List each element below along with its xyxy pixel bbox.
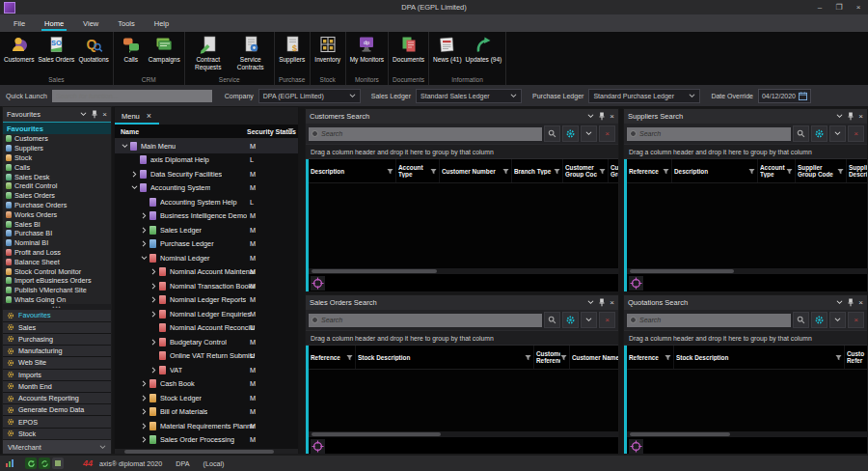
close-button[interactable]: ×	[849, 0, 868, 14]
ribbon-button-service-contracts[interactable]: Service Contracts	[230, 33, 272, 70]
horizontal-scrollbar[interactable]	[627, 268, 867, 274]
ribbon-button-documents[interactable]: Documents	[391, 33, 426, 64]
column-name[interactable]: Name	[115, 128, 139, 135]
chevron-down-icon[interactable]	[587, 300, 594, 305]
column-header[interactable]: Customer Group Coc	[563, 159, 609, 182]
chevron-right-icon[interactable]	[140, 240, 148, 247]
close-icon[interactable]: ×	[610, 112, 614, 121]
horizontal-scrollbar[interactable]	[627, 431, 867, 437]
search-settings-button[interactable]	[562, 125, 579, 142]
sales-ledger-select[interactable]: Standard Sales Ledger	[416, 89, 522, 103]
search-options-dropdown[interactable]	[829, 125, 846, 142]
favourite-item[interactable]: Balance Sheet	[3, 257, 111, 266]
column-header[interactable]: Description	[309, 159, 396, 182]
chevron-down-icon[interactable]	[587, 114, 594, 119]
ribbon-button-customers[interactable]: Customers	[2, 33, 36, 64]
pin-icon[interactable]	[92, 110, 97, 119]
ribbon-button-news[interactable]: News (41)	[431, 33, 464, 64]
accordion-section-favourites[interactable]: Favourites	[3, 310, 111, 320]
tree-row[interactable]: Stock Ledger M	[115, 391, 298, 405]
ribbon-button-sales-orders[interactable]: SO Sales Orders	[36, 33, 76, 64]
clear-search-button[interactable]: ×	[599, 312, 615, 328]
scrollbar-thumb[interactable]	[312, 269, 437, 273]
chevron-right-icon[interactable]	[149, 283, 157, 290]
search-options-dropdown[interactable]	[581, 125, 597, 142]
chevron-right-icon[interactable]	[149, 367, 157, 374]
pin-icon[interactable]	[848, 298, 854, 307]
search-input[interactable]: Search	[309, 127, 542, 141]
accordion-section-imports[interactable]: Imports	[3, 370, 111, 380]
filter-icon[interactable]	[502, 168, 509, 175]
clear-search-button[interactable]: ×	[599, 125, 615, 142]
chevron-right-icon[interactable]	[140, 408, 148, 415]
chevron-down-icon[interactable]	[140, 256, 148, 261]
favourite-item[interactable]: Customers	[3, 134, 111, 144]
favourite-item[interactable]: Import eBusiness Orders	[3, 276, 111, 286]
tree-row[interactable]: Nominal Ledger Enquiries M	[115, 307, 298, 321]
chevron-right-icon[interactable]	[140, 380, 148, 387]
filter-icon[interactable]	[387, 168, 393, 175]
search-settings-button[interactable]	[562, 312, 579, 328]
column-header[interactable]: Customer Name	[570, 346, 618, 369]
group-by-drop-zone[interactable]: Drag a column header and drop it here to…	[306, 330, 618, 346]
log-icon[interactable]	[52, 457, 64, 469]
favourite-item[interactable]: Profit and Loss	[3, 248, 111, 258]
menu-item-help[interactable]: Help	[145, 14, 178, 32]
group-by-drop-zone[interactable]: Drag a column header and drop it here to…	[624, 330, 867, 346]
tree-row[interactable]: Sales Order Processing M	[115, 433, 298, 448]
filter-icon[interactable]	[525, 354, 531, 361]
quick-launch-search-input[interactable]	[52, 90, 212, 102]
favourite-item[interactable]: Calls	[3, 162, 111, 172]
chevron-right-icon[interactable]	[140, 227, 148, 234]
chevron-right-icon[interactable]	[149, 296, 157, 303]
restore-button[interactable]: ❐	[829, 0, 849, 14]
chevron-right-icon[interactable]	[149, 311, 157, 318]
ribbon-button-my-monitors[interactable]: dp My Monitors	[348, 33, 386, 64]
accordion-section-epos[interactable]: EPOS	[3, 416, 111, 427]
column-header[interactable]: Branch Type	[512, 159, 563, 182]
column-header[interactable]: Stock Description	[356, 346, 534, 369]
search-settings-button[interactable]	[811, 125, 827, 142]
sync-icon[interactable]	[39, 457, 50, 469]
column-header[interactable]: Reference	[627, 346, 674, 369]
filter-icon[interactable]	[786, 168, 793, 175]
tree-row[interactable]: Online VAT Return Submission U	[115, 349, 298, 364]
close-icon[interactable]: ×	[102, 110, 107, 119]
pin-icon[interactable]	[848, 112, 854, 121]
chevron-right-icon[interactable]	[149, 339, 157, 346]
grid-body-empty[interactable]	[627, 370, 867, 431]
filter-icon[interactable]	[599, 168, 606, 175]
accordion-section-web-site[interactable]: Web Site	[3, 357, 111, 368]
favourite-item[interactable]: Sales Orders	[3, 191, 111, 201]
menu-item-tools[interactable]: Tools	[108, 14, 145, 32]
favourite-item[interactable]: Purchase Orders	[3, 201, 111, 210]
column-header[interactable]: Description	[672, 159, 758, 182]
filter-icon[interactable]	[663, 168, 669, 175]
minimize-button[interactable]: –	[810, 0, 829, 14]
favourite-item[interactable]: Works Orders	[3, 209, 111, 219]
tab-menu[interactable]: Menu	[122, 112, 140, 121]
favourite-item[interactable]: Sales BI	[3, 219, 111, 229]
tree-row[interactable]: Accounting System M	[115, 181, 298, 196]
filter-icon[interactable]	[665, 354, 671, 361]
favourite-item[interactable]: Suppliers	[3, 144, 111, 153]
chevron-down-icon[interactable]	[130, 185, 138, 190]
favourite-item[interactable]: Stock Control Monitor	[3, 266, 111, 276]
filter-icon[interactable]	[748, 168, 755, 175]
tree-row[interactable]: Purchase Ledger M	[115, 237, 298, 252]
company-select[interactable]: DPA (EGPL Limited)	[258, 89, 361, 103]
horizontal-scrollbar[interactable]	[309, 268, 618, 274]
chevron-right-icon[interactable]	[140, 212, 148, 219]
pin-icon[interactable]	[599, 112, 605, 121]
tree-row[interactable]: Nominal Ledger M	[115, 251, 298, 265]
clear-search-button[interactable]: ×	[848, 125, 864, 142]
filter-icon[interactable]	[430, 168, 437, 175]
locate-record-button[interactable]	[629, 276, 643, 291]
tree-row[interactable]: Budgetary Control M	[115, 335, 298, 349]
favourite-item[interactable]: Nominal BI	[3, 238, 111, 248]
refresh-icon[interactable]	[25, 457, 37, 469]
search-input[interactable]: Search	[627, 314, 791, 327]
chevron-down-icon[interactable]	[836, 300, 843, 305]
tree-row[interactable]: Material Requirements Planning M	[115, 419, 298, 433]
search-options-dropdown[interactable]	[829, 312, 846, 328]
